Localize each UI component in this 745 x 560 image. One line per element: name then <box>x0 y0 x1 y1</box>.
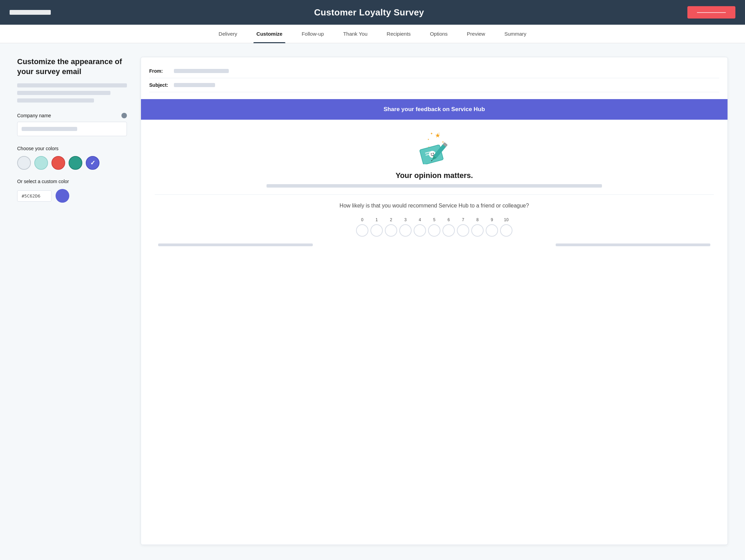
nps-circle-8[interactable] <box>471 224 484 237</box>
email-subject-label: Subject: <box>149 82 170 88</box>
footer-bar-left <box>158 243 313 246</box>
app-header: Customer Loyalty Survey —————— <box>0 0 745 25</box>
svg-text:+: + <box>438 132 440 134</box>
custom-color-preview[interactable] <box>56 189 69 203</box>
colors-section: Choose your colors <box>17 146 127 170</box>
company-name-section: Company name <box>17 113 127 136</box>
header-action-button[interactable]: —————— <box>687 6 735 19</box>
email-question: How likely is that you would recommend S… <box>155 202 714 210</box>
email-headline: Your opinion matters. <box>155 171 714 180</box>
email-from-label: From: <box>149 68 170 74</box>
footer-bar-right <box>556 243 710 246</box>
nps-label-10: 10 <box>500 217 512 222</box>
tab-delivery[interactable]: Delivery <box>209 25 247 43</box>
nps-label-2: 2 <box>385 217 397 222</box>
email-footer-bars <box>155 243 714 246</box>
color-swatch-teal-dark[interactable] <box>69 156 82 170</box>
logo <box>10 10 51 15</box>
hex-input[interactable] <box>17 190 51 202</box>
email-divider <box>155 194 714 195</box>
nps-circle-4[interactable] <box>414 224 426 237</box>
page-title: Customer Loyalty Survey <box>314 7 424 18</box>
email-subline-skeleton <box>267 184 602 188</box>
custom-color-label: Or select a custom color <box>17 179 127 184</box>
nps-circles-row <box>356 224 512 237</box>
email-from-value <box>174 69 229 73</box>
tab-summary[interactable]: Summary <box>495 25 536 43</box>
email-body: ★ ✦ ✦ ✦ + + Your opinion matters. How li… <box>141 120 728 257</box>
nav-tabs: Delivery Customize Follow-up Thank You R… <box>0 25 745 43</box>
company-name-input-placeholder <box>22 127 77 131</box>
skeleton-line-1 <box>17 83 127 87</box>
company-name-toggle[interactable] <box>121 113 127 118</box>
nps-label-5: 5 <box>428 217 440 222</box>
email-banner-text: Share your feedback on Service Hub <box>383 106 485 112</box>
tab-recipients[interactable]: Recipients <box>377 25 420 43</box>
tab-options[interactable]: Options <box>420 25 457 43</box>
nps-circle-2[interactable] <box>385 224 397 237</box>
skeleton-line-3 <box>17 98 94 103</box>
email-header-fields: From: Subject: <box>141 57 728 99</box>
email-from-row: From: <box>149 64 719 78</box>
nps-label-6: 6 <box>442 217 455 222</box>
custom-color-row <box>17 189 127 203</box>
tab-preview[interactable]: Preview <box>457 25 495 43</box>
color-swatches <box>17 156 127 170</box>
color-swatch-red[interactable] <box>51 156 65 170</box>
svg-text:✦: ✦ <box>427 138 429 141</box>
svg-text:+: + <box>428 146 429 148</box>
skeleton-line-2 <box>17 91 110 95</box>
tab-follow-up[interactable]: Follow-up <box>292 25 333 43</box>
nps-label-4: 4 <box>414 217 426 222</box>
nps-circle-1[interactable] <box>370 224 383 237</box>
company-name-label: Company name <box>17 113 51 118</box>
email-subject-row: Subject: <box>149 78 719 92</box>
svg-text:✦: ✦ <box>430 132 433 135</box>
nps-circle-0[interactable] <box>356 224 368 237</box>
company-name-label-row: Company name <box>17 113 127 118</box>
nps-circle-7[interactable] <box>457 224 469 237</box>
email-preview-panel: From: Subject: Share your feedback on Se… <box>141 57 728 545</box>
nps-label-0: 0 <box>356 217 368 222</box>
custom-color-section: Or select a custom color <box>17 179 127 203</box>
tab-thank-you[interactable]: Thank You <box>333 25 377 43</box>
main-content: Customize the appearance of your survey … <box>0 43 745 559</box>
color-swatch-gray[interactable] <box>17 156 31 170</box>
nps-circle-10[interactable] <box>500 224 512 237</box>
nps-labels-row: 0 1 2 3 4 5 6 7 8 9 10 <box>356 217 512 222</box>
nps-scale: 0 1 2 3 4 5 6 7 8 9 10 <box>155 217 714 237</box>
nps-label-7: 7 <box>457 217 469 222</box>
email-subject-value <box>174 83 215 87</box>
nps-circle-9[interactable] <box>486 224 498 237</box>
tab-customize[interactable]: Customize <box>247 25 292 43</box>
svg-text:✦: ✦ <box>442 141 444 144</box>
email-illustration: ★ ✦ ✦ ✦ + + <box>414 130 455 164</box>
nps-circle-3[interactable] <box>399 224 412 237</box>
nps-circle-5[interactable] <box>428 224 440 237</box>
nps-label-9: 9 <box>486 217 498 222</box>
left-panel: Customize the appearance of your survey … <box>17 57 127 545</box>
email-banner: Share your feedback on Service Hub <box>141 99 728 120</box>
nps-label-1: 1 <box>370 217 383 222</box>
colors-label: Choose your colors <box>17 146 127 151</box>
nps-label-8: 8 <box>471 217 484 222</box>
nps-label-3: 3 <box>399 217 412 222</box>
company-name-input[interactable] <box>17 122 127 136</box>
panel-title: Customize the appearance of your survey … <box>17 57 127 76</box>
nps-circle-6[interactable] <box>442 224 455 237</box>
color-swatch-purple[interactable] <box>86 156 99 170</box>
color-swatch-teal-light[interactable] <box>34 156 48 170</box>
